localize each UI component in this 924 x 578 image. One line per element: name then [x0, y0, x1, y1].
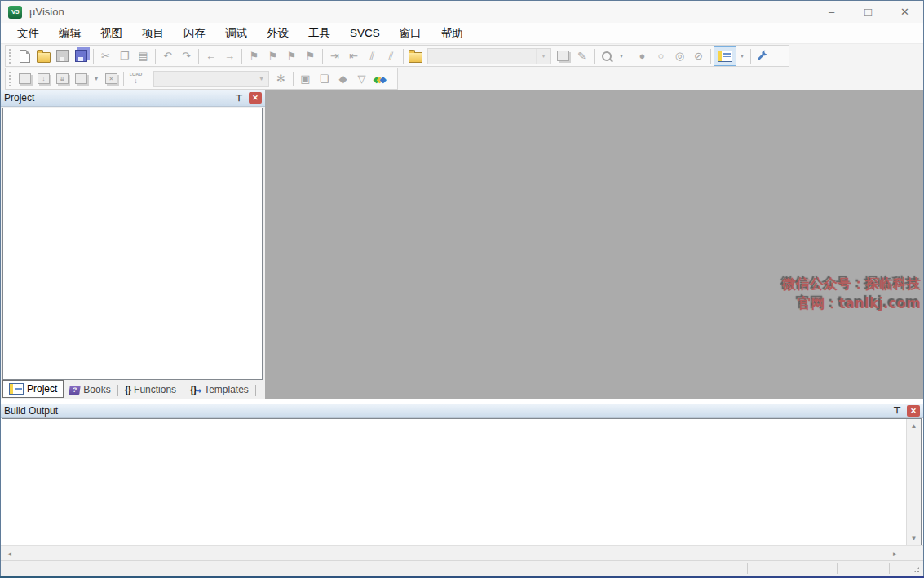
cut-button[interactable]: ✂ — [96, 47, 115, 65]
tab-functions-label: Functions — [134, 384, 176, 395]
menu-project[interactable]: 项目 — [132, 24, 174, 43]
project-panel-close-button[interactable]: ✕ — [249, 92, 262, 104]
insert-breakpoint-button[interactable]: ● — [633, 47, 652, 65]
bookmark-previous-button[interactable]: ⚑ — [263, 47, 282, 65]
find-in-files-button[interactable] — [406, 47, 425, 65]
scroll-left-button[interactable]: ◄ — [2, 546, 16, 561]
batch-build-dropdown-button[interactable]: ▾ — [91, 70, 102, 88]
scroll-down-icon: ▼ — [911, 535, 917, 542]
target-options-button[interactable]: ✻ — [272, 70, 290, 88]
lookup-button[interactable] — [597, 47, 616, 65]
save-all-button[interactable] — [72, 47, 91, 65]
redo-button[interactable]: ↷ — [177, 47, 196, 65]
window-views-button[interactable] — [714, 46, 736, 66]
scroll-right-icon: ► — [892, 550, 899, 558]
comment-button[interactable]: ⫽ — [363, 47, 382, 65]
find-combobox[interactable]: ▾ — [427, 48, 551, 64]
indent-button[interactable]: ⇥ — [325, 47, 344, 65]
configuration-button[interactable] — [754, 47, 772, 65]
toolbar-separator — [148, 72, 148, 86]
menu-tools[interactable]: 工具 — [298, 24, 340, 43]
build-button[interactable]: ↓ — [34, 70, 53, 88]
window-views-dropdown-button[interactable]: ▾ — [736, 47, 748, 65]
navigate-back-button[interactable]: ← — [201, 47, 220, 65]
menu-flash[interactable]: 闪存 — [174, 24, 215, 43]
menu-svcs[interactable]: SVCS — [340, 24, 390, 42]
save-button[interactable] — [53, 47, 72, 65]
menu-file[interactable]: 文件 — [7, 24, 49, 43]
manage-run-time-environment-button[interactable]: ◆ — [334, 70, 352, 88]
tab-templates-label: Templates — [204, 384, 249, 395]
menu-view[interactable]: 视图 — [91, 24, 132, 43]
project-tree[interactable] — [2, 108, 263, 380]
combo-dropdown-icon[interactable]: ▾ — [254, 72, 268, 86]
tab-books-label: Books — [83, 384, 110, 395]
manage-books-icon: ❏ — [320, 73, 329, 85]
menu-window[interactable]: 窗口 — [390, 24, 431, 43]
pin-icon[interactable]: ⊤ — [891, 405, 904, 416]
build-output-close-button[interactable]: ✕ — [907, 405, 920, 417]
uncomment-icon: ⫽ — [389, 50, 394, 63]
manage-project-items-button[interactable]: ▣ — [296, 70, 315, 88]
magic-wand-icon: ✻ — [276, 73, 285, 85]
enable-breakpoint-button[interactable]: ○ — [652, 47, 670, 65]
navigate-forward-button[interactable]: → — [220, 47, 239, 65]
rebuild-all-button[interactable]: ⇊ — [53, 70, 72, 88]
tab-templates[interactable]: {}➜ Templates — [184, 382, 254, 398]
tab-functions[interactable]: {} Functions — [119, 382, 182, 398]
undo-button[interactable]: ↶ — [158, 47, 177, 65]
breakpoint-disable-icon: ◎ — [675, 50, 684, 62]
resize-grip[interactable] — [913, 566, 921, 574]
download-button[interactable]: LOAD↓ — [126, 70, 145, 88]
menu-help[interactable]: 帮助 — [431, 24, 473, 43]
menu-peripherals[interactable]: 外设 — [257, 24, 298, 43]
bookmark-toggle-button[interactable]: ⚑ — [245, 47, 263, 65]
bookmark-previous-icon: ⚑ — [268, 50, 278, 62]
menu-edit[interactable]: 编辑 — [49, 24, 91, 43]
bookmark-next-button[interactable]: ⚑ — [282, 47, 301, 65]
disable-all-breakpoints-button[interactable]: ◎ — [670, 47, 689, 65]
toolbar-grip[interactable] — [9, 72, 11, 86]
tab-project[interactable]: Project — [2, 380, 64, 398]
open-file-button[interactable] — [34, 47, 53, 65]
kill-all-breakpoints-button[interactable]: ⊘ — [689, 47, 708, 65]
horizontal-scrollbar[interactable]: ◄ ► — [1, 545, 923, 561]
maximize-button[interactable]: □ — [850, 1, 886, 23]
paste-button[interactable]: ▤ — [134, 47, 153, 65]
new-file-button[interactable] — [15, 47, 34, 65]
stop-build-button[interactable]: ✕ — [102, 70, 121, 88]
menu-debug[interactable]: 调试 — [215, 24, 257, 43]
uvision-window: V5 µVision – □ ✕ 文件 编辑 视图 项目 闪存 调试 外设 工具… — [0, 0, 924, 578]
toolbar-separator — [293, 72, 294, 86]
minimize-button[interactable]: – — [813, 1, 850, 23]
scroll-down-button[interactable]: ▼ — [907, 532, 921, 545]
vertical-scrollbar[interactable]: ▲ ▼ — [906, 419, 921, 545]
build-output-content[interactable]: ▲ ▼ — [2, 418, 922, 545]
lookup-dropdown-button[interactable]: ▾ — [616, 47, 627, 65]
file-extensions-button[interactable]: ▽ — [352, 70, 371, 88]
pack-installer-button[interactable]: ◆◆◆ — [371, 70, 390, 88]
scroll-right-button[interactable]: ► — [888, 546, 902, 561]
uncomment-button[interactable]: ⫽ — [382, 47, 400, 65]
find-in-document-button[interactable] — [554, 47, 573, 65]
toolbar-separator — [710, 49, 711, 64]
copy-button[interactable]: ❐ — [115, 47, 134, 65]
target-select-combobox[interactable]: ▾ — [153, 71, 269, 87]
breakpoint-insert-icon: ● — [639, 50, 646, 62]
toolbar-grip[interactable] — [9, 49, 11, 64]
app-logo-icon: V5 — [8, 6, 22, 19]
manage-books-button[interactable]: ❏ — [315, 70, 334, 88]
pin-icon[interactable]: ⊤ — [232, 93, 245, 104]
batch-build-button[interactable] — [72, 70, 91, 88]
bookmark-clear-all-button[interactable]: ⚑ — [301, 47, 320, 65]
dropdown-arrow-icon: ▾ — [738, 52, 747, 60]
scroll-up-button[interactable]: ▲ — [907, 419, 921, 432]
combo-dropdown-icon[interactable]: ▾ — [536, 49, 550, 64]
tab-books[interactable]: ? Books — [64, 382, 116, 398]
outdent-button[interactable]: ⇤ — [344, 47, 363, 65]
cut-icon: ✂ — [101, 50, 110, 62]
incremental-find-button[interactable]: ✎ — [573, 47, 591, 65]
translate-file-button[interactable] — [15, 70, 34, 88]
navigate-forward-icon: → — [224, 50, 235, 62]
close-button[interactable]: ✕ — [886, 1, 923, 23]
